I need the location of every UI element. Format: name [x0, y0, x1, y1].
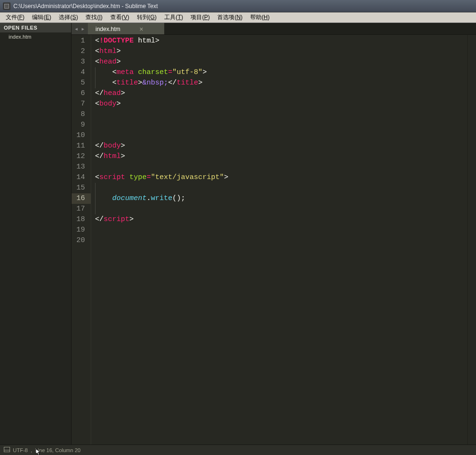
line-number: 17	[76, 204, 85, 214]
tab-close-icon[interactable]: ×	[139, 26, 143, 32]
svg-rect-0	[5, 4, 9, 8]
menu-item-t[interactable]: 工具(T)	[160, 12, 187, 22]
line-number: 9	[76, 120, 85, 130]
line-number: 2	[76, 46, 85, 57]
line-number: 13	[76, 162, 85, 172]
line-number: 6	[76, 88, 85, 99]
code-line	[95, 204, 467, 214]
svg-rect-1	[4, 447, 10, 452]
code-line: </html>	[95, 151, 467, 162]
code-line	[95, 183, 467, 193]
app-icon	[3, 2, 11, 10]
menu-bar: 文件(F)编辑(E)选择(S)查找(I)查看(V)转到(G)工具(T)项目(P)…	[0, 12, 476, 23]
menu-item-p[interactable]: 项目(P)	[187, 12, 213, 22]
line-number: 11	[76, 141, 85, 151]
status-bar: UTF-8, Line 16, Column 20	[0, 444, 476, 455]
code-line: <title>&nbsp;</title>	[95, 78, 467, 88]
menu-item-n[interactable]: 首选项(N)	[213, 12, 246, 22]
code-line	[95, 120, 467, 130]
line-number: 5	[76, 78, 85, 88]
line-number: 16	[72, 193, 91, 204]
code-line: <script type="text/javascript">	[95, 172, 467, 183]
code-line	[95, 109, 467, 120]
code-line	[95, 162, 467, 172]
code-content[interactable]: <!DOCTYPE html><html><head> <meta charse…	[91, 35, 467, 444]
window-title: C:\Users\Administrator\Desktop\index.htm…	[13, 3, 158, 10]
status-position: Line 16, Column 20	[35, 447, 80, 453]
line-number: 20	[76, 235, 85, 246]
code-line: <html>	[95, 46, 467, 57]
code-line	[95, 130, 467, 141]
line-number: 3	[76, 57, 85, 67]
line-number: 8	[76, 109, 85, 120]
sidebar: OPEN FILES index.htm	[0, 23, 72, 444]
line-number: 15	[76, 183, 85, 193]
code-line	[95, 235, 467, 246]
line-number: 1	[76, 36, 85, 46]
code-line: <head>	[95, 57, 467, 67]
line-number: 18	[76, 214, 85, 225]
tab-label: index.htm	[95, 26, 120, 32]
menu-item-h[interactable]: 帮助(H)	[246, 12, 274, 22]
line-number: 14	[76, 172, 85, 183]
tab-bar: ◂ ▸ index.htm ×	[72, 23, 476, 35]
tab-nav-next-icon[interactable]: ▸	[80, 26, 86, 32]
editor-panel: ◂ ▸ index.htm × 123456789101112131415161…	[72, 23, 476, 444]
status-encoding[interactable]: UTF-8	[13, 447, 28, 453]
line-number: 4	[76, 67, 85, 78]
panel-switcher-icon[interactable]	[4, 447, 10, 453]
line-number: 19	[76, 225, 85, 235]
code-line: <body>	[95, 99, 467, 109]
code-area[interactable]: 1234567891011121314151617181920 <!DOCTYP…	[72, 35, 476, 444]
sidebar-file[interactable]: index.htm	[0, 32, 71, 41]
main-area: OPEN FILES index.htm ◂ ▸ index.htm × 123…	[0, 23, 476, 444]
minimap[interactable]	[467, 35, 476, 444]
tab-nav-prev-icon[interactable]: ◂	[74, 26, 79, 32]
menu-item-v[interactable]: 查看(V)	[106, 12, 133, 22]
status-separator: ,	[31, 447, 32, 453]
window-titlebar: C:\Users\Administrator\Desktop\index.htm…	[0, 0, 476, 12]
line-number-gutter: 1234567891011121314151617181920	[72, 35, 91, 444]
tab-index-htm[interactable]: index.htm ×	[88, 23, 164, 34]
code-line: </script>	[95, 214, 467, 225]
code-line: <meta charset="utf-8">	[95, 67, 467, 78]
line-number: 12	[76, 151, 85, 162]
code-line: </head>	[95, 88, 467, 99]
menu-item-e[interactable]: 编辑(E)	[28, 12, 55, 22]
code-line: </body>	[95, 141, 467, 151]
code-line: document.write();	[95, 193, 467, 204]
line-number: 10	[76, 130, 85, 141]
tab-nav-arrows: ◂ ▸	[72, 23, 88, 34]
code-line: <!DOCTYPE html>	[95, 36, 467, 46]
menu-item-s[interactable]: 选择(S)	[55, 12, 82, 22]
sidebar-open-files-header: OPEN FILES	[0, 23, 71, 32]
code-line	[95, 225, 467, 235]
menu-item-f[interactable]: 文件(F)	[2, 12, 28, 22]
line-number: 7	[76, 99, 85, 109]
menu-item-i[interactable]: 查找(I)	[82, 12, 106, 22]
menu-item-g[interactable]: 转到(G)	[133, 12, 160, 22]
